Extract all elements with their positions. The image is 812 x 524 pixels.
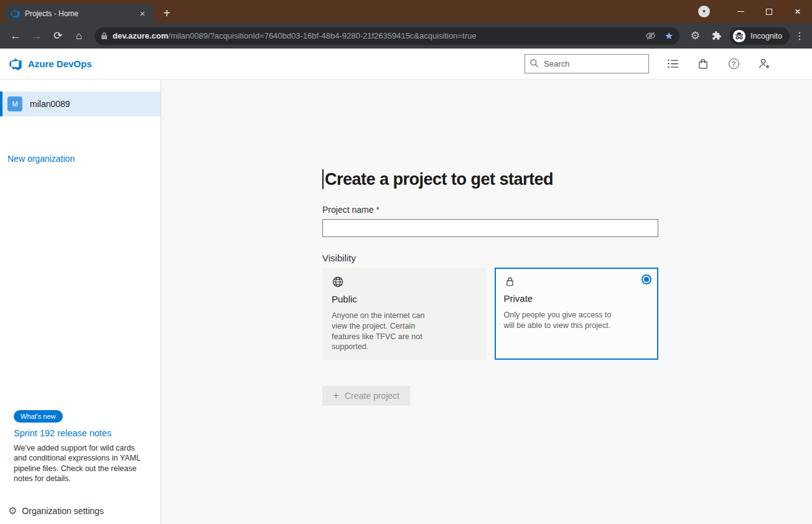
lock-icon: [504, 276, 650, 288]
maximize-button[interactable]: [755, 0, 783, 23]
brand[interactable]: Azure DevOps: [9, 57, 92, 71]
option-description: Anyone on the internet can view the proj…: [332, 311, 441, 352]
brand-name: Azure DevOps: [28, 58, 92, 69]
organizations-sidebar: M milan0089 New organization What's new …: [0, 80, 161, 524]
option-title: Private: [504, 293, 650, 304]
project-name-label: Project name *: [322, 205, 658, 215]
browser-tab[interactable]: Projects - Home ×: [5, 4, 153, 23]
home-button[interactable]: ⌂: [70, 27, 88, 45]
create-project-button[interactable]: + Create project: [322, 386, 410, 406]
new-organization-link[interactable]: New organization: [7, 154, 75, 164]
settings-gear-icon[interactable]: ⚙: [686, 27, 704, 45]
reload-button[interactable]: ⟳: [49, 27, 67, 45]
url-domain: dev.azure.com: [113, 31, 168, 40]
incognito-icon: [732, 29, 746, 43]
org-avatar: M: [7, 96, 22, 111]
browser-toolbar: ← → ⟳ ⌂ dev.azure.com/milan0089/?acquisi…: [0, 23, 812, 49]
whats-new-badge[interactable]: What's new: [14, 410, 63, 423]
incognito-label: Incognito: [750, 32, 782, 40]
tab-close-icon[interactable]: ×: [137, 8, 148, 19]
bookmark-star-icon[interactable]: ★: [665, 30, 673, 42]
minimize-button[interactable]: [726, 0, 755, 23]
ssl-lock-icon: [101, 32, 108, 40]
close-button[interactable]: ×: [783, 0, 812, 23]
profile-chevron-icon[interactable]: ▼: [698, 6, 710, 17]
search-box[interactable]: [525, 54, 649, 73]
azure-devops-logo: [9, 57, 22, 71]
help-icon[interactable]: ?: [727, 57, 740, 71]
tab-title: Projects - Home: [25, 9, 132, 18]
extensions-puzzle-icon[interactable]: [707, 27, 725, 45]
browser-menu-icon[interactable]: ⋮: [792, 30, 807, 42]
user-settings-icon[interactable]: [757, 57, 771, 71]
preview-hidden-icon[interactable]: [645, 30, 656, 41]
visibility-option-private[interactable]: Private Only people you give access to w…: [495, 268, 659, 360]
visibility-options: Public Anyone on the internet can view t…: [322, 268, 658, 360]
required-asterisk: *: [376, 205, 379, 215]
azure-devops-favicon: [10, 9, 20, 19]
address-bar[interactable]: dev.azure.com/milan0089/?acquisitionId=7…: [95, 27, 679, 45]
org-name: milan0089: [30, 99, 70, 109]
visibility-label: Visibility: [322, 253, 658, 263]
url-text: dev.azure.com/milan0089/?acquisitionId=7…: [113, 31, 639, 40]
main-content: Create a project to get started Project …: [161, 80, 812, 524]
gear-icon: ⚙: [8, 506, 17, 516]
sidebar-item-organization[interactable]: M milan0089: [0, 91, 161, 116]
url-path: /milan0089/?acquisitionId=7640bd03-16bf-…: [168, 31, 476, 40]
release-notes-block: What's new Sprint 192 release notes We'v…: [14, 410, 149, 484]
release-notes-link[interactable]: Sprint 192 release notes: [14, 428, 149, 438]
task-list-icon[interactable]: [666, 57, 679, 71]
question-mark-icon: ?: [729, 58, 739, 69]
browser-titlebar: Projects - Home × + ▼ ×: [0, 0, 812, 23]
option-description: Only people you give access to will be a…: [504, 310, 614, 331]
project-name-input[interactable]: [322, 219, 658, 237]
organization-settings-button[interactable]: ⚙ Organization settings: [8, 506, 104, 516]
release-notes-text: We've added support for wild cards and c…: [14, 443, 149, 484]
app-header: Azure DevOps ?: [0, 49, 812, 80]
incognito-badge[interactable]: Incognito: [729, 27, 790, 45]
new-tab-button[interactable]: +: [158, 4, 175, 22]
radio-selected-icon[interactable]: [642, 274, 651, 284]
back-button[interactable]: ←: [6, 27, 25, 45]
search-input[interactable]: [525, 54, 649, 73]
text-caret: [322, 169, 324, 189]
minimize-icon: [737, 11, 744, 12]
forward-button[interactable]: →: [27, 27, 46, 45]
marketplace-bag-icon[interactable]: [696, 57, 710, 71]
visibility-option-public[interactable]: Public Anyone on the internet can view t…: [322, 268, 487, 360]
page-title: Create a project to get started: [322, 169, 658, 189]
globe-icon: [332, 276, 477, 288]
search-icon: [530, 58, 539, 70]
organization-settings-label: Organization settings: [22, 506, 104, 516]
option-title: Public: [332, 294, 477, 304]
maximize-icon: [766, 9, 772, 15]
plus-icon: +: [333, 390, 339, 402]
